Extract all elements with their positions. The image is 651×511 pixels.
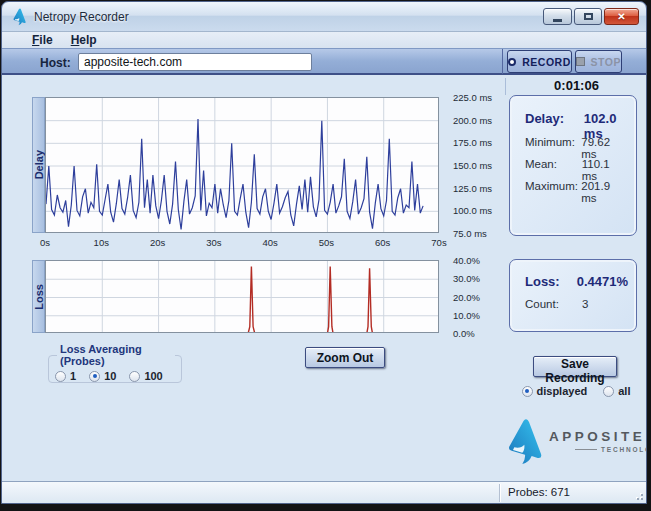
- maximize-icon: [584, 13, 593, 20]
- status-separator: [499, 484, 500, 502]
- apposite-logo: APPOSITE TECHNOLOGIES: [505, 417, 645, 469]
- probes-count: Probes: 671: [508, 486, 570, 498]
- menu-bar: File Help: [2, 32, 646, 48]
- radio-icon: [603, 386, 614, 397]
- apposite-logo-icon: [505, 417, 545, 467]
- loss-avg-option-100[interactable]: 100: [129, 370, 162, 382]
- radio-icon: [55, 371, 66, 382]
- loss-averaging-group: Loss Averaging (Probes) 1 10 100: [48, 343, 182, 383]
- minimize-icon: [553, 19, 562, 22]
- stop-icon: [576, 57, 585, 66]
- loss-count-value: 3: [582, 298, 588, 310]
- delay-min-label: Minimum:: [525, 136, 581, 160]
- logo-subtitle: TECHNOLOGIES: [601, 446, 647, 453]
- status-bar: Probes: 671: [2, 481, 646, 503]
- delay-stats-panel: Delay: 102.0 ms Minimum: 79.62 ms Mean: …: [509, 95, 637, 236]
- menu-help[interactable]: Help: [67, 33, 101, 47]
- delay-y-axis-labels: 225.0 ms200.0 ms175.0 ms150.0 ms125.0 ms…: [445, 97, 500, 233]
- delay-axis-title: Delay: [32, 97, 45, 233]
- host-input[interactable]: [78, 53, 312, 71]
- app-logo-icon: [11, 8, 28, 26]
- delay-chart: [45, 97, 439, 233]
- delay-max-value: 201.9 ms: [581, 180, 628, 204]
- maximize-button[interactable]: [574, 8, 602, 25]
- loss-chart: [45, 260, 439, 333]
- loss-avg-option-10[interactable]: 10: [89, 370, 116, 382]
- main-content: 0:01:06 Delay 225.0 ms200.0 ms175.0 ms15…: [2, 75, 646, 481]
- record-icon: [508, 58, 516, 66]
- logo-name: APPOSITE: [549, 429, 647, 444]
- scope-option-all[interactable]: all: [603, 385, 630, 397]
- close-icon: ✕: [617, 11, 625, 22]
- loss-avg-option-1[interactable]: 1: [55, 370, 76, 382]
- menu-file[interactable]: File: [28, 33, 57, 47]
- stop-label: STOP: [591, 56, 621, 68]
- timer-display: 0:01:06: [505, 78, 647, 95]
- scope-option-displayed[interactable]: displayed: [522, 385, 588, 397]
- loss-axis-title: Loss: [32, 260, 45, 333]
- resize-grip-icon[interactable]: [632, 489, 643, 500]
- loss-averaging-legend: Loss Averaging (Probes): [57, 343, 175, 367]
- loss-current-value: 0.4471%: [577, 274, 628, 289]
- loss-stat-title: Loss:: [525, 274, 564, 289]
- loss-count-label: Count:: [525, 298, 582, 310]
- record-label: RECORD: [522, 56, 571, 68]
- save-recording-button[interactable]: Save Recording: [533, 356, 617, 377]
- radio-icon: [522, 386, 533, 397]
- radio-icon: [89, 371, 100, 382]
- title-bar: Netropy Recorder ✕: [2, 2, 646, 32]
- host-label: Host:: [40, 56, 71, 70]
- delay-mean-value: 110.1 ms: [582, 158, 628, 182]
- logo-dash: [575, 449, 597, 450]
- close-button[interactable]: ✕: [604, 8, 639, 25]
- delay-mean-label: Mean:: [525, 158, 582, 182]
- delay-max-label: Maximum:: [525, 180, 581, 204]
- toolbar-separator: [502, 49, 503, 74]
- stop-button[interactable]: STOP: [575, 50, 622, 73]
- loss-stats-panel: Loss: 0.4471% Count: 3: [509, 259, 637, 332]
- app-window: Netropy Recorder ✕ File Help Host: RECOR…: [1, 1, 647, 504]
- radio-icon: [129, 371, 140, 382]
- toolbar: Host: RECORD STOP: [2, 48, 646, 75]
- time-axis-labels: 0s10s20s30s40s50s60s70s: [45, 237, 439, 249]
- loss-y-axis-labels: 40.0%30.0%20.0%10.0%0.0%: [445, 260, 500, 333]
- window-title: Netropy Recorder: [34, 10, 129, 24]
- minimize-button[interactable]: [543, 8, 572, 25]
- save-scope-group: displayed all: [507, 385, 645, 397]
- record-button[interactable]: RECORD: [507, 50, 572, 73]
- delay-min-value: 79.62 ms: [581, 136, 628, 160]
- zoom-out-button[interactable]: Zoom Out: [305, 347, 385, 368]
